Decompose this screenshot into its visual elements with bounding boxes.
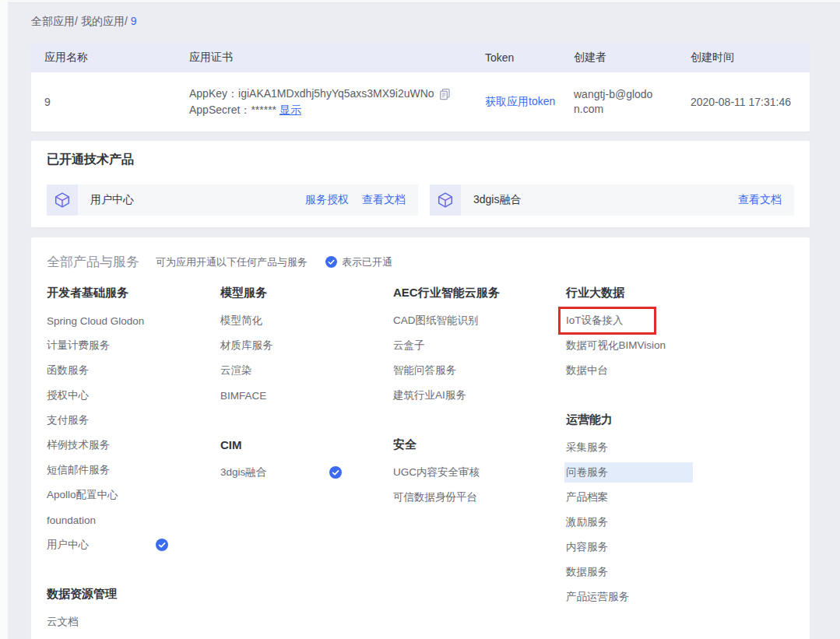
- category-heading: 开发者基础服务: [47, 283, 220, 302]
- app-cert-cell: AppKey：igiAKA1MDxdhj5hyYq5axs3MX9i2uWNo …: [176, 86, 472, 118]
- col-header-token: Token: [472, 51, 561, 64]
- product-item[interactable]: 支付服务: [47, 408, 220, 433]
- product-item[interactable]: 短信邮件服务: [47, 458, 220, 483]
- product-item-user-center[interactable]: 用户中心: [47, 532, 220, 557]
- product-column-model: 模型服务 模型简化 材质库服务 云渲染 BIMFACE CIM 3dgis融合: [220, 283, 393, 634]
- enabled-product-card-user-center: 用户中心 服务授权 查看文档: [47, 184, 418, 216]
- copy-icon[interactable]: [439, 88, 451, 100]
- service-authorization-link[interactable]: 服务授权: [305, 193, 349, 207]
- all-products-subtitle: 可为应用开通以下任何产品与服务: [156, 255, 308, 269]
- appsecret-masked: ******: [251, 102, 276, 118]
- product-item[interactable]: 计量计费服务: [47, 333, 220, 358]
- table-header-row: 应用名称 应用证书 Token 创建者 创建时间: [31, 43, 810, 72]
- product-item[interactable]: foundation: [47, 507, 220, 532]
- appkey-value: igiAKA1MDxdhj5hyYq5axs3MX9i2uWNo: [238, 86, 434, 102]
- enabled-legend: 表示已开通: [325, 255, 392, 269]
- category-heading: 运营能力: [566, 410, 794, 429]
- product-item-iot[interactable]: IoT设备接入: [566, 308, 794, 333]
- product-card-name: 用户中心: [90, 193, 134, 207]
- product-item[interactable]: 数据服务: [566, 560, 794, 585]
- appkey-label: AppKey：: [189, 86, 238, 102]
- all-products-title: 全部产品与服务: [47, 253, 139, 271]
- breadcrumb-my-apps[interactable]: 我的应用/: [81, 15, 128, 27]
- enabled-product-card-3dgis: 3dgis融合 查看文档: [430, 184, 794, 216]
- product-item-3dgis[interactable]: 3dgis融合: [220, 460, 393, 485]
- category-heading: 行业大数据: [566, 283, 794, 302]
- check-circle-icon: [325, 256, 337, 268]
- category-heading: 数据资源管理: [47, 585, 220, 603]
- product-item[interactable]: 产品档案: [566, 485, 794, 510]
- product-item[interactable]: 可信数据身份平台: [393, 485, 566, 510]
- category-heading: 安全: [393, 435, 566, 454]
- product-item[interactable]: 产品运营服务: [566, 585, 794, 609]
- product-item[interactable]: 材质库服务: [220, 333, 393, 358]
- product-item[interactable]: Apollo配置中心: [47, 483, 220, 507]
- product-column-bigdata: 行业大数据 IoT设备接入 数据可视化BIMVision 数据中台 运营能力 采…: [566, 283, 794, 634]
- view-docs-link[interactable]: 查看文档: [362, 193, 406, 207]
- enabled-check-icon: [156, 539, 168, 553]
- breadcrumb: 全部应用/我的应用/9: [31, 0, 810, 26]
- cube-icon: [47, 184, 78, 216]
- product-item[interactable]: UGC内容安全审核: [393, 460, 566, 485]
- product-item[interactable]: BIMFACE: [220, 383, 393, 408]
- product-item[interactable]: 模型简化: [220, 308, 393, 333]
- product-item[interactable]: 样例技术服务: [47, 433, 220, 458]
- category-heading: 模型服务: [220, 283, 393, 302]
- category-heading: AEC行业智能云服务: [393, 283, 566, 302]
- col-header-app-cert: 应用证书: [176, 51, 472, 65]
- appsecret-label: AppSecret：: [189, 102, 251, 118]
- created-time-cell: 2020-08-11 17:31:46: [677, 96, 810, 108]
- enabled-check-icon: [329, 466, 342, 481]
- app-name-cell: 9: [31, 96, 176, 108]
- creator-cell: wangtj-b@glodon.com: [561, 87, 677, 117]
- get-app-token-link[interactable]: 获取应用token: [485, 95, 555, 107]
- product-column-developer: 开发者基础服务 Spring Cloud Glodon 计量计费服务 函数服务 …: [47, 283, 220, 634]
- category-heading: CIM: [220, 435, 393, 454]
- product-item[interactable]: Spring Cloud Glodon: [47, 308, 220, 333]
- breadcrumb-current-app: 9: [131, 15, 137, 27]
- product-item[interactable]: 智能问答服务: [393, 358, 566, 383]
- col-header-created-time: 创建时间: [677, 51, 810, 65]
- product-card-name: 3dgis融合: [473, 193, 521, 207]
- view-docs-link[interactable]: 查看文档: [738, 193, 782, 207]
- token-cell: 获取应用token: [472, 95, 561, 109]
- product-item-survey[interactable]: 问卷服务: [566, 460, 794, 485]
- enabled-products-panel: 已开通技术产品 用户中心 服务授权 查看文档 3dgis融合 查看文档: [31, 141, 810, 227]
- table-row: 9 AppKey：igiAKA1MDxdhj5hyYq5axs3MX9i2uWN…: [31, 72, 810, 132]
- show-secret-link[interactable]: 显示: [279, 102, 301, 118]
- all-products-panel: 全部产品与服务 可为应用开通以下任何产品与服务 表示已开通 开发者基础服务 Sp…: [31, 237, 810, 639]
- enabled-products-title: 已开通技术产品: [47, 153, 794, 167]
- legend-label: 表示已开通: [342, 255, 392, 269]
- col-header-app-name: 应用名称: [31, 51, 176, 65]
- cube-icon: [430, 184, 461, 216]
- product-item[interactable]: 激励服务: [566, 510, 794, 535]
- product-column-aec: AEC行业智能云服务 CAD图纸智能识别 云盒子 智能问答服务 建筑行业AI服务…: [393, 283, 566, 634]
- product-item[interactable]: 采集服务: [566, 435, 794, 460]
- breadcrumb-all-apps[interactable]: 全部应用/: [31, 15, 78, 27]
- product-item[interactable]: 云文档: [47, 609, 220, 634]
- product-item[interactable]: 内容服务: [566, 535, 794, 560]
- product-item[interactable]: CAD图纸智能识别: [393, 308, 566, 333]
- left-gutter: [0, 0, 8, 639]
- product-item[interactable]: 数据中台: [566, 358, 794, 383]
- product-item[interactable]: 云盒子: [393, 333, 566, 358]
- product-item[interactable]: 建筑行业AI服务: [393, 383, 566, 408]
- app-info-panel: 应用名称 应用证书 Token 创建者 创建时间 9 AppKey：igiAKA…: [31, 43, 810, 132]
- product-item[interactable]: 授权中心: [47, 383, 220, 408]
- product-item[interactable]: 函数服务: [47, 358, 220, 383]
- page-content: 全部应用/我的应用/9 应用名称 应用证书 Token 创建者 创建时间 9 A…: [31, 0, 810, 639]
- product-item[interactable]: 云渲染: [220, 358, 393, 383]
- product-item[interactable]: 数据可视化BIMVision: [566, 333, 794, 358]
- col-header-creator: 创建者: [561, 51, 677, 65]
